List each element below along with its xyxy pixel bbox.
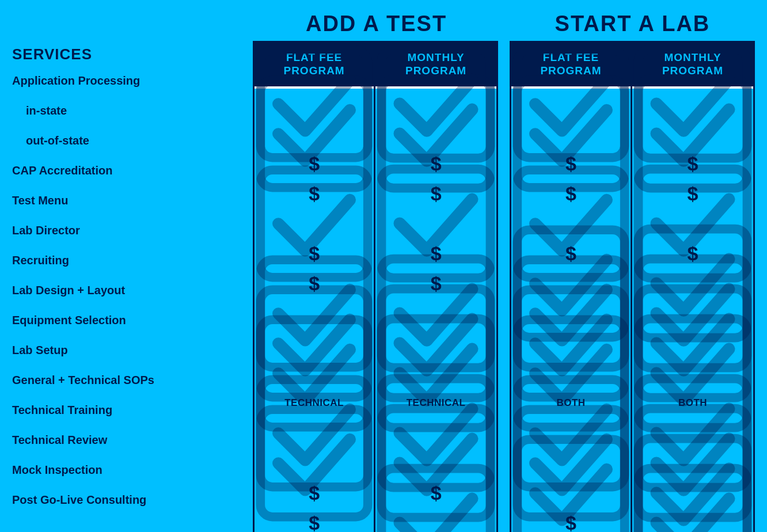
service-name: Recruiting — [12, 254, 69, 267]
add-test-header: ADD A TEST — [254, 12, 499, 41]
section-headers: ADD A TEST START A LAB — [254, 12, 755, 41]
service-row: General + Technical SOPs — [12, 365, 247, 395]
service-row: CAP Accreditation — [12, 155, 247, 185]
service-row: Mock Inspection — [12, 455, 247, 485]
table-cell — [255, 448, 374, 478]
service-row: Test Menu — [12, 185, 247, 215]
service-row: Lab Setup — [12, 335, 247, 365]
add-test-flat-cells: $$ $$ TECHNICAL $$ — [255, 89, 374, 532]
service-name: Post Go-Live Consulting — [12, 493, 146, 507]
service-name: CAP Accreditation — [12, 164, 112, 177]
start-lab-flat-cells: $$ $ BOTH $ — [511, 89, 631, 532]
service-row: Lab Design + Layout — [12, 275, 247, 305]
start-lab-monthly-cells: $$ $ BOTH — [632, 89, 753, 532]
service-row: Recruiting — [12, 245, 247, 275]
table-cell — [511, 119, 631, 149]
add-test-cols: FLAT FEEPROGRAM $$ $$ TECHNICAL $$ MONTH… — [253, 41, 498, 532]
start-lab-cols: FLAT FEEPROGRAM $$ $ BOTH $ MONTHLYPROGR… — [510, 41, 755, 532]
table-cell — [255, 119, 374, 149]
service-name: Application Processing — [12, 74, 140, 88]
add-test-title: ADD A TEST — [254, 12, 499, 41]
service-name: Mock Inspection — [12, 463, 102, 477]
service-row: Technical Review — [12, 425, 247, 455]
service-name: Equipment Selection — [12, 314, 126, 327]
start-lab-flat-col: FLAT FEEPROGRAM $$ $ BOTH $ — [511, 43, 632, 532]
service-name: Test Menu — [12, 194, 68, 207]
table-cell — [375, 508, 496, 532]
add-test-flat-col: FLAT FEEPROGRAM $$ $$ TECHNICAL $$ — [255, 43, 375, 532]
add-test-monthly-col: MONTHLYPROGRAM $$ $$ TECHNICAL $ — [375, 43, 496, 532]
service-row: out-of-state — [12, 126, 247, 155]
service-name: in-state — [12, 104, 67, 117]
page-container: ADD A TEST START A LAB SERVICES Applicat… — [12, 12, 755, 532]
service-name: Lab Setup — [12, 344, 68, 357]
table-cell — [375, 119, 496, 149]
table-cell — [511, 478, 631, 508]
table-cell — [632, 119, 753, 149]
service-name: General + Technical SOPs — [12, 374, 154, 387]
table-cell — [632, 508, 753, 532]
service-name: out-of-state — [12, 134, 89, 147]
main-table: SERVICES Application Processingin-stateo… — [12, 41, 755, 532]
services-col: SERVICES Application Processingin-stateo… — [12, 41, 253, 532]
service-row: in-state — [12, 96, 247, 126]
services-label: SERVICES — [12, 41, 247, 66]
service-name: Lab Design + Layout — [12, 284, 125, 297]
service-name: Lab Director — [12, 224, 80, 237]
table-cell — [375, 208, 496, 238]
service-name: Technical Training — [12, 404, 112, 417]
service-row: Post Go-Live Consulting — [12, 485, 247, 515]
service-row: Equipment Selection — [12, 305, 247, 335]
table-cell — [255, 208, 374, 238]
service-row: Application Processing — [12, 66, 247, 96]
service-row: Technical Training — [12, 395, 247, 425]
start-lab-title: START A LAB — [510, 12, 755, 41]
start-lab-header: START A LAB — [510, 12, 755, 41]
start-lab-monthly-col: MONTHLYPROGRAM $$ $ BOTH — [632, 43, 753, 532]
service-row: Lab Director — [12, 215, 247, 245]
services-rows: Application Processingin-stateout-of-sta… — [12, 66, 247, 515]
add-test-monthly-cells: $$ $$ TECHNICAL $ — [375, 89, 496, 532]
service-name: Technical Review — [12, 434, 107, 447]
